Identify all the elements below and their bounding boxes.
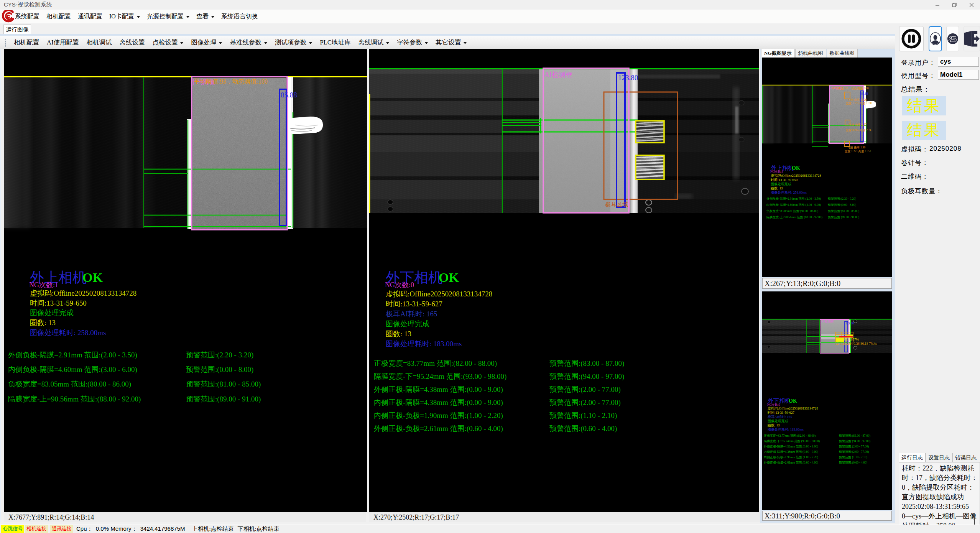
turns-text: 圈数: 13 [30,319,56,327]
vcode-text: 虚拟码:Offline20250208133134728 [386,290,492,298]
electrode-tab-blob [288,117,323,134]
virtual-code-label: 虚拟码： [901,145,929,154]
menu-item-system-config[interactable]: 系统配置 [12,10,43,23]
menu-item-light-config[interactable]: 光源控制配置 [143,10,193,23]
tool-test-item-params[interactable]: 测试项参数 [271,36,316,49]
tool-offline-debug[interactable]: 离线调试 [354,36,393,49]
log-tab-settings[interactable]: 设置日志 [926,453,952,462]
turns-text: 圈数: 13 [386,330,411,338]
ng-thumbnail-lower[interactable]: AI检测框 123.80 84.86%64.857% 12-4.38 2.64 … [762,291,892,510]
tool-camera-debug[interactable]: 相机调试 [82,36,115,49]
menu-items: 系统配置 相机配置 通讯配置 IO卡配置 光源控制配置 查看 系统语言切换 [12,10,261,23]
done-text: 图像处理完成 [386,320,429,328]
svg-text:内侧正极-负极=1.90mm 范围:(1.00 - 2.20: 内侧正极-负极=1.90mm 范围:(1.00 - 2.20) [374,411,503,420]
pixel-coord-bar-upper: X:7677;Y:891;R:14;G:14;B:14 [4,512,366,522]
tool-baseline-params[interactable]: 基准线参数 [226,36,271,49]
svg-text:预警范围:(94.00 - 97.00): 预警范围:(94.00 - 97.00) [839,439,871,443]
svg-text:外侧负极-隔膜=2.91mm 范围:(2.00 - 3.50: 外侧负极-隔膜=2.91mm 范围:(2.00 - 3.50) [8,351,137,359]
svg-text:预警范围:(0.60 - 4.00): 预警范围:(0.60 - 4.00) [549,424,617,433]
dropdown-arrow-icon [309,42,312,44]
ng-thumbnail-upper[interactable]: 飞翅 曲率:1.226 宽度:1.775 高度:1.741 飞翅 曲率:1.57… [762,58,892,277]
user-group-button[interactable] [946,26,959,51]
time-text: 时间:13-31-59-627 [386,300,442,308]
tool-offline-setting[interactable]: 离线设置 [115,36,148,49]
log-tab-run[interactable]: 运行日志 [899,453,926,462]
svg-text:负极宽度=83.05mm 范围:(80.00 - 86.00: 负极宽度=83.05mm 范围:(80.00 - 86.00) [8,380,131,388]
svg-text:预警范围:(89.00 - 91.00): 预警范围:(89.00 - 91.00) [186,395,261,403]
svg-text:时间:13-31-59-650: 时间:13-31-59-650 [771,178,797,182]
pause-icon [901,28,922,49]
tool-ai-usage-config[interactable]: AI使用配置 [43,36,82,49]
tool-camera-config[interactable]: 相机配置 [10,36,43,49]
cpu-memory-status: Cpu： 0.0% Memory： 3424.41796875M [76,525,185,533]
svg-text:外侧正极-隔膜=4.38mm 范围:(0.00 - 9.00: 外侧正极-隔膜=4.38mm 范围:(0.00 - 9.00) [374,385,503,394]
svg-text:85.88: 85.88 [861,92,868,95]
threshold-text: 平均阈值:93，动态阈值:100 [194,78,268,85]
ai-box-label: AI检测框 [544,71,572,79]
exit-icon [964,30,980,47]
svg-text:正极宽度=83.77mm 范围:(82.00 - 88.00: 正极宽度=83.77mm 范围:(82.00 - 88.00) [764,434,816,438]
ng-thumb-lower-scene: AI检测框 123.80 84.86%64.857% 12-4.38 2.64 … [762,291,892,510]
dropdown-arrow-icon [180,42,183,44]
user-icon [929,31,941,46]
camera-status-ok: OK [439,270,459,285]
run-log-content[interactable]: 耗时：222，缺陷检测耗 时：17，缺陷分类耗时： 0，缺陷提取分区耗时： 直方… [899,462,980,532]
qr-code-label: 二维码： [901,172,929,181]
toolbar-grip-icon[interactable] [5,38,6,47]
current-user-button[interactable] [929,26,942,51]
dropdown-arrow-icon [264,42,267,44]
tool-image-process[interactable]: 图像处理 [187,36,226,49]
camera-view-upper[interactable]: 平均阈值 平均阈值:93，动态阈值:100 85.88 外上相机 OK NG次数… [4,49,367,512]
result-indicator-2: 结果 [902,121,946,140]
svg-text:预警范围:(2.20 - 3.20): 预警范围:(2.20 - 3.20) [828,197,857,201]
measure-value-text: 123.80 [618,74,638,82]
ng-count-text: NG次数:0 [385,281,414,289]
camera-view-lower[interactable]: AI检测框 123.80 极耳区域 外下相机 OK NG次数:0 虚拟码:Off… [369,49,759,512]
model-input[interactable] [938,70,979,80]
elapsed-text: 图像处理耗时: 183.00ms [386,340,462,348]
svg-text:NG次数:0: NG次数:0 [767,403,780,406]
svg-text:圈数: 13: 圈数: 13 [771,186,783,190]
ng-tab-data-curve[interactable]: 数据曲线图 [827,49,858,58]
svg-text:OK: OK [789,398,797,404]
tool-spot-check[interactable]: 点检设置 [148,36,187,49]
svg-text:负极宽度=83.05mm 范围:(80.00 - 86.00: 负极宽度=83.05mm 范围:(80.00 - 86.00) [766,209,819,213]
svg-text:预警范围:(2.00 - 77.00): 预警范围:(2.00 - 77.00) [839,450,869,454]
svg-text:外侧正极-负极=2.61mm 范围:(0.60 - 4.00: 外侧正极-负极=2.61mm 范围:(0.60 - 4.00) [764,461,818,464]
svg-text:AI检测框: AI检测框 [821,320,834,323]
tab-run-image[interactable]: 运行图像 [3,25,31,34]
svg-text:外侧正极-隔膜=4.38mm 范围:(0.00 - 9.00: 外侧正极-隔膜=4.38mm 范围:(0.00 - 9.00) [764,445,818,448]
login-user-input[interactable] [938,57,979,67]
menu-item-io-card-config[interactable]: IO卡配置 [106,10,143,23]
svg-text:圈数: 13: 圈数: 13 [768,423,780,427]
menu-item-view[interactable]: 查看 [193,10,218,23]
user-group-icon [947,33,959,44]
log-tab-errors[interactable]: 错误日志 [952,453,979,462]
tool-other-settings[interactable]: 其它设置 [432,36,470,49]
mini-orange-note: 12-4.38 2.64 0.36 86.18 7%4s [835,342,877,345]
model-label: 使用型号： [901,71,936,80]
tool-char-params[interactable]: 字符参数 [393,36,432,49]
maximize-button[interactable] [946,0,963,10]
svg-text:预警范围:(81.00 - 85.00): 预警范围:(81.00 - 85.00) [828,209,860,213]
menu-item-language-switch[interactable]: 系统语言切换 [218,10,261,23]
tool-plc-address[interactable]: PLC地址库 [316,36,354,49]
ng-tab-slope-curve[interactable]: 斜线曲线图 [795,49,826,58]
svg-text:虚拟码:Offline20250208133134728: 虚拟码:Offline20250208133134728 [768,406,818,410]
heartbeat-status-badge: 心跳信号 [1,525,24,533]
exit-button[interactable] [964,26,980,51]
menu-item-camera-config[interactable]: 相机配置 [43,10,74,23]
camera-upper-scene: 平均阈值 平均阈值:93，动态阈值:100 85.88 外上相机 OK NG次数… [4,49,367,512]
pause-button[interactable] [899,26,924,51]
upper-camera-status: 上相机:点检结束 [190,525,235,533]
ng-tab-screenshot[interactable]: NG截图显示 [761,49,795,58]
close-button[interactable] [963,0,980,10]
svg-text:预警范围:(81.00 - 85.00): 预警范围:(81.00 - 85.00) [186,380,261,388]
camera-lower-scene: AI检测框 123.80 极耳区域 外下相机 OK NG次数:0 虚拟码:Off… [369,49,759,512]
minimize-button[interactable] [929,0,946,10]
menu-item-comm-config[interactable]: 通讯配置 [74,10,106,23]
ng-count-text: NG次数:1 [29,281,58,289]
svg-text:内侧负极-隔膜=4.60mm 范围:(3.00 - 6.00: 内侧负极-隔膜=4.60mm 范围:(3.00 - 6.00) [8,365,137,374]
minimize-icon [935,3,940,7]
svg-text:隔膜宽度-下=95.24mm 范围:(93.00 - 98.: 隔膜宽度-下=95.24mm 范围:(93.00 - 98.00) [764,439,820,443]
